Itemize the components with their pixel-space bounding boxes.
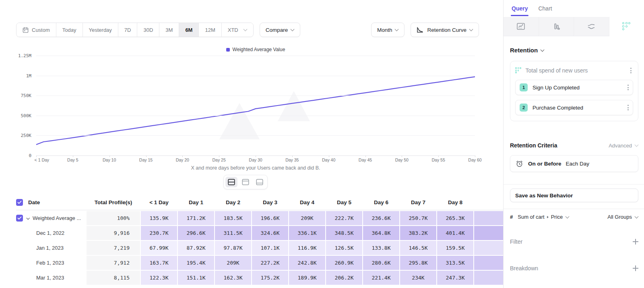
filter-section: Filter — [510, 238, 638, 245]
retention-value-cell: 195.4K — [178, 256, 214, 270]
all-groups-dropdown[interactable]: All Groups — [607, 214, 638, 220]
row-label[interactable]: Dec 1, 2022 — [16, 226, 86, 240]
tab-line-chart[interactable] — [504, 17, 539, 36]
layout-table-bottom-toggle[interactable] — [254, 177, 266, 187]
retention-value-cell: 230.7K — [141, 226, 177, 240]
advanced-dropdown[interactable]: Advanced — [609, 143, 638, 149]
range-yesterday[interactable]: Yesterday — [83, 23, 118, 37]
kebab-menu-icon[interactable] — [626, 103, 630, 112]
granularity-select[interactable]: Month — [371, 23, 405, 37]
range-6m[interactable]: 6M — [179, 23, 199, 37]
kebab-menu-icon[interactable] — [626, 83, 630, 92]
chevron-down-icon — [291, 27, 295, 31]
retention-value-cell-clipped — [474, 271, 503, 285]
column-header: Day 7 — [400, 199, 436, 205]
select-all-checkbox[interactable] — [16, 199, 23, 206]
retention-value-cell: 348.5K — [326, 226, 362, 240]
legend-label: Weighted Average Value — [233, 47, 285, 52]
condition-value: Each Day — [566, 161, 590, 167]
range-3m[interactable]: 3M — [159, 23, 179, 37]
chart-caption: X and more days before your Users came b… — [36, 165, 475, 171]
retention-value-cell: 159.5K — [437, 241, 473, 255]
watermark-triangle — [219, 103, 260, 139]
total-profiles-cell: 9,916 — [87, 226, 140, 240]
step-1-label: Sign Up Completed — [533, 85, 621, 91]
column-header: Day 5 — [326, 199, 362, 205]
row-checkbox[interactable] — [16, 215, 23, 222]
retention-value-cell: 324.6K — [252, 226, 288, 240]
main-panel: CustomTodayYesterday7D30D3M6M12MXTD Comp… — [0, 0, 503, 288]
line-chart-svg — [36, 56, 475, 160]
column-header: Day 2 — [215, 199, 251, 205]
chevron-down-icon — [395, 27, 399, 31]
retention-value-cell: 175.2K — [252, 271, 288, 285]
row-label[interactable]: Mar 1, 2023 — [16, 271, 86, 285]
table-row: Dec 1, 20229,916230.7K296.6K311.5K324.6K… — [16, 226, 503, 240]
tab-chart[interactable]: Chart — [538, 0, 552, 17]
add-filter-button[interactable] — [633, 239, 638, 244]
measure-row: # Sum of cart Price All Groups — [510, 214, 638, 220]
app: CustomTodayYesterday7D30D3M6M12MXTD Comp… — [0, 0, 644, 288]
row-label[interactable]: Jan 1, 2023 — [16, 241, 86, 255]
chevron-down-icon — [541, 48, 545, 52]
add-breakdown-button[interactable] — [633, 265, 638, 271]
retention-value-cell: 209K — [215, 256, 251, 270]
chart-type-select[interactable]: Retention Curve — [411, 23, 479, 37]
query-sidebar: Query Chart — [503, 0, 644, 288]
row-label[interactable]: Feb 1, 2023 — [16, 256, 86, 270]
retention-value-cell: 296.6K — [178, 226, 214, 240]
retention-value-cell: 209K — [289, 211, 325, 225]
line-chart-icon — [516, 22, 525, 31]
retention-label: Retention — [510, 47, 538, 54]
bar-chart-icon — [552, 22, 561, 31]
retention-value-cell: 135.9K — [141, 211, 177, 225]
retention-value-cell: 107.1K — [252, 241, 288, 255]
range-12m[interactable]: 12M — [199, 23, 221, 37]
retention-chart: Weighted Average Value 1.25M1M750K500K25… — [16, 47, 475, 171]
retention-section-title[interactable]: Retention — [510, 47, 638, 54]
total-profiles-cell: 100% — [87, 211, 140, 225]
retention-value-cell-clipped — [474, 256, 503, 270]
retention-value-cell: 227.2K — [252, 256, 288, 270]
y-axis-labels: 1.25M1M750K500K250K0 — [16, 56, 36, 155]
layout-split-toggle[interactable] — [225, 177, 237, 187]
total-profiles-cell: 7,219 — [87, 241, 140, 255]
table-row: Weighted Average ...100%135.9K171.2K183.… — [16, 211, 503, 225]
range-today[interactable]: Today — [56, 23, 83, 37]
range-7d[interactable]: 7D — [118, 23, 138, 37]
save-as-new-behavior-button[interactable]: Save as New Behavior — [510, 189, 638, 202]
retention-value-cell: 236.6K — [363, 211, 399, 225]
range-xtd[interactable]: XTD — [222, 23, 253, 37]
measure-event: Sum of cart — [518, 214, 544, 220]
retention-value-cell: 87.92K — [178, 241, 214, 255]
tab-retention[interactable] — [609, 17, 644, 36]
x-axis-labels: < 1 DayDay 5Day 10Day 15Day 20Day 25Day … — [36, 155, 475, 163]
chevron-down-icon — [566, 214, 570, 218]
measure-property[interactable]: Sum of cart Price — [518, 214, 569, 220]
tab-query[interactable]: Query — [512, 0, 528, 17]
granularity-label: Month — [377, 27, 392, 33]
kebab-menu-icon[interactable] — [629, 66, 633, 75]
row-label[interactable]: Weighted Average ... — [16, 211, 86, 225]
step-2-card[interactable]: 2 Purchase Completed — [515, 100, 633, 115]
behavior-title: Total spend of new users — [526, 67, 625, 74]
range-30d[interactable]: 30D — [137, 23, 159, 37]
retention-table: DateTotal Profile(s)< 1 DayDay 1Day 2Day… — [16, 199, 503, 285]
retention-value-cell: 401.4K — [437, 226, 473, 240]
retention-value-cell: 383.2K — [400, 226, 436, 240]
behavior-dots-icon — [515, 67, 522, 74]
date-range-control: CustomTodayYesterday7D30D3M6M12MXTD — [16, 23, 254, 37]
compare-button[interactable]: Compare — [260, 23, 301, 37]
total-profiles-cell: 8,115 — [87, 271, 140, 285]
step-1-card[interactable]: 1 Sign Up Completed — [515, 80, 633, 95]
retention-value-cell: 336.1K — [289, 226, 325, 240]
criteria-condition-card[interactable]: On or Before Each Day — [510, 155, 638, 172]
chevron-down-icon — [635, 143, 639, 147]
layout-chart-top-toggle[interactable] — [239, 177, 252, 187]
range-custom[interactable]: Custom — [17, 23, 56, 37]
tab-flow-chart[interactable] — [574, 17, 609, 36]
retention-value-cell: 364.8K — [363, 226, 399, 240]
expand-chevron-icon[interactable] — [26, 216, 29, 220]
tab-bar-chart[interactable] — [539, 17, 574, 36]
retention-value-cell: 67.99K — [141, 241, 177, 255]
